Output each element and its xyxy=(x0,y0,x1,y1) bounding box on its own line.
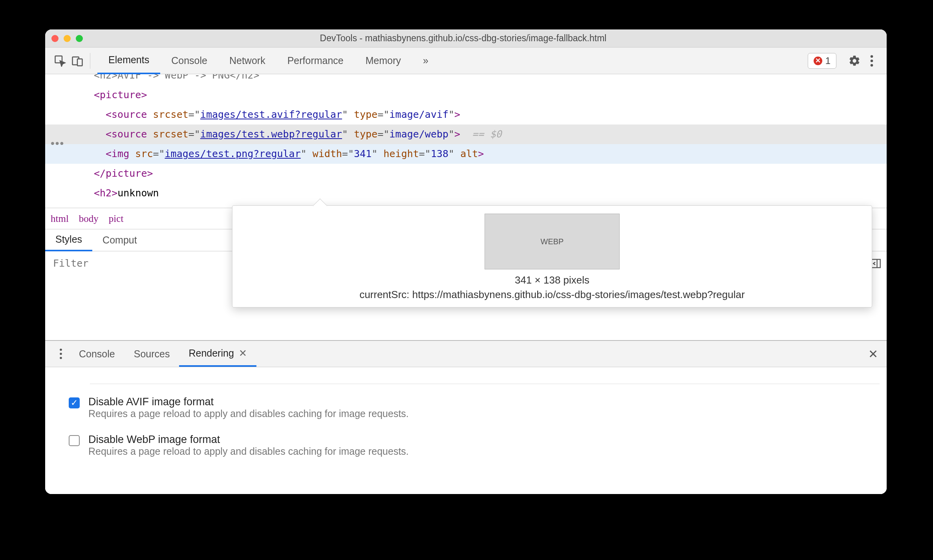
close-icon[interactable]: ✕ xyxy=(239,348,247,359)
window-title: DevTools - mathiasbynens.github.io/css-d… xyxy=(83,33,887,44)
dom-line-img[interactable]: <img src="images/test.png?regular" width… xyxy=(45,144,887,164)
elements-panel[interactable]: ••• <h2>AVIF -> WebP -> PNG</h2> <pictur… xyxy=(45,74,887,208)
option-subtitle: Requires a page reload to apply and disa… xyxy=(88,446,409,457)
option-disable-webp[interactable]: Disable WebP image format Requires a pag… xyxy=(69,434,880,457)
main-tab-bar: Elements Console Network Performance Mem… xyxy=(45,48,887,74)
drawer-close-icon[interactable]: ✕ xyxy=(866,347,880,361)
more-options-icon[interactable] xyxy=(863,52,880,70)
svg-point-5 xyxy=(871,64,873,67)
drawer-tab-sources[interactable]: Sources xyxy=(124,341,179,367)
breadcrumb-item[interactable]: body xyxy=(79,213,99,224)
dom-line[interactable]: <h2>AVIF -> WebP -> PNG</h2> xyxy=(45,74,887,85)
inspect-element-icon[interactable] xyxy=(51,52,69,70)
gutter: ••• xyxy=(45,74,86,208)
devtools-window: DevTools - mathiasbynens.github.io/css-d… xyxy=(45,29,887,494)
svg-point-3 xyxy=(871,55,873,58)
tab-computed[interactable]: Comput xyxy=(92,229,147,251)
drawer-panel: Console Sources Rendering✕ ✕ ✓ Disable A… xyxy=(45,340,887,494)
dom-line-source-webp[interactable]: <source srcset="images/test.webp?regular… xyxy=(45,124,887,144)
svg-point-9 xyxy=(60,353,62,355)
checkbox-unchecked-icon[interactable] xyxy=(69,435,80,446)
separator xyxy=(90,53,90,69)
dom-line-picture-open[interactable]: <picture> xyxy=(45,85,887,105)
tab-overflow[interactable]: » xyxy=(412,48,439,74)
svg-point-4 xyxy=(871,59,873,62)
drawer-more-icon[interactable] xyxy=(52,345,70,362)
breadcrumb-item[interactable]: pict xyxy=(109,213,124,224)
checkbox-checked-icon[interactable]: ✓ xyxy=(69,397,80,408)
dom-line-h2-next[interactable]: <h2>unknown xyxy=(45,183,887,203)
device-toolbar-icon[interactable] xyxy=(69,52,86,70)
zoom-window-icon[interactable] xyxy=(76,35,83,42)
tab-network[interactable]: Network xyxy=(218,48,276,74)
option-title: Disable WebP image format xyxy=(88,434,409,446)
option-subtitle: Requires a page reload to apply and disa… xyxy=(88,408,409,419)
dom-line-picture-close[interactable]: </picture> xyxy=(45,164,887,183)
tab-memory[interactable]: Memory xyxy=(355,48,412,74)
settings-gear-icon[interactable] xyxy=(846,52,863,70)
tab-performance[interactable]: Performance xyxy=(276,48,355,74)
tab-elements[interactable]: Elements xyxy=(97,48,160,74)
svg-point-8 xyxy=(60,349,62,351)
option-disable-avif[interactable]: ✓ Disable AVIF image format Requires a p… xyxy=(69,396,880,419)
divider xyxy=(90,384,880,384)
ellipsis-icon: ••• xyxy=(51,137,64,150)
error-icon: ✕ xyxy=(814,57,822,65)
rendering-panel[interactable]: ✓ Disable AVIF image format Requires a p… xyxy=(45,367,887,494)
image-preview-popover: WEBP 341 × 138 pixels currentSrc: https:… xyxy=(232,205,872,307)
breadcrumb-item[interactable]: html xyxy=(51,213,69,224)
error-count: 1 xyxy=(825,55,831,66)
traffic-lights xyxy=(51,35,83,42)
minimize-window-icon[interactable] xyxy=(64,35,71,42)
drawer-tab-console[interactable]: Console xyxy=(70,341,124,367)
dom-line-source-avif[interactable]: <source srcset="images/test.avif?regular… xyxy=(45,105,887,124)
title-bar: DevTools - mathiasbynens.github.io/css-d… xyxy=(45,29,887,48)
tab-styles[interactable]: Styles xyxy=(45,229,92,251)
svg-rect-2 xyxy=(77,59,82,66)
tab-console[interactable]: Console xyxy=(160,48,218,74)
drawer-tab-rendering[interactable]: Rendering✕ xyxy=(179,341,256,367)
drawer-tab-bar: Console Sources Rendering✕ ✕ xyxy=(45,341,887,367)
error-count-chip[interactable]: ✕ 1 xyxy=(808,53,836,69)
close-window-icon[interactable] xyxy=(51,35,59,42)
preview-thumbnail: WEBP xyxy=(485,214,620,269)
option-title: Disable AVIF image format xyxy=(88,396,409,408)
preview-current-src: currentSrc: https://mathiasbynens.github… xyxy=(359,289,745,301)
svg-rect-6 xyxy=(871,259,880,267)
svg-point-10 xyxy=(60,357,62,359)
preview-dimensions: 341 × 138 pixels xyxy=(515,274,589,286)
